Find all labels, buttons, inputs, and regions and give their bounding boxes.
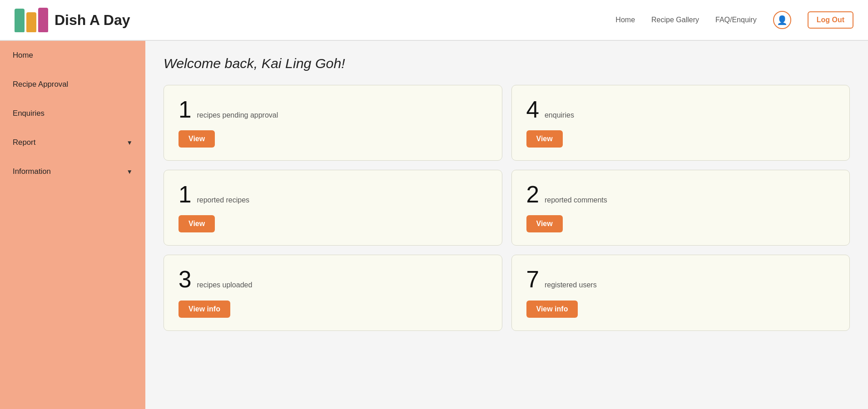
card-stat-row-5: 7 registered users [526,268,835,291]
sidebar-item-report[interactable]: Report ▼ [0,128,145,157]
card-stat-row-1: 4 enquiries [526,98,835,121]
card-label-2: reported recipes [197,196,249,204]
card-recipes-uploaded: 3 recipes uploaded View info [164,255,502,330]
logo-icon-spoon [26,12,36,32]
welcome-heading: Welcome back, Kai Ling Goh! [164,55,850,71]
card-reported-recipes: 1 reported recipes View [164,170,502,246]
sidebar-item-report-label: Report [13,138,35,147]
card-label-1: enquiries [545,111,574,119]
chevron-down-icon: ▼ [127,139,133,146]
header: Dish A Day Home Recipe Gallery FAQ/Enqui… [0,0,868,41]
sidebar-item-information[interactable]: Information ▼ [0,157,145,186]
card-reported-comments: 2 reported comments View [511,170,850,246]
card-label-4: recipes uploaded [197,281,252,289]
card-registered-users: 7 registered users View info [511,255,850,330]
sidebar-item-information-label: Information [13,167,51,176]
card-number-3: 2 [526,183,539,206]
logout-button[interactable]: Log Out [808,11,853,29]
card-label-5: registered users [545,281,597,289]
card-stat-row-0: 1 recipes pending approval [179,98,487,121]
card-recipes-pending: 1 recipes pending approval View [164,85,502,161]
card-label-3: reported comments [545,196,607,204]
card-stat-row-3: 2 reported comments [526,183,835,206]
card-label-0: recipes pending approval [197,111,278,119]
nav-home[interactable]: Home [615,16,635,24]
card-number-2: 1 [179,183,191,206]
nav-faq[interactable]: FAQ/Enquiry [715,16,757,24]
sidebar-item-home-label: Home [13,51,33,60]
logo-icon-knife [38,8,48,32]
user-icon-button[interactable]: 👤 [773,11,791,29]
app-title: Dish A Day [55,12,130,29]
sidebar-item-enquiries-label: Enquiries [13,109,45,118]
logo-icon-fork [15,9,25,32]
card-enquiries: 4 enquiries View [511,85,850,161]
logo-area: Dish A Day [15,8,130,32]
card-number-0: 1 [179,98,191,121]
sidebar-item-home[interactable]: Home [0,41,145,70]
card-stat-row-4: 3 recipes uploaded [179,268,487,291]
header-nav: Home Recipe Gallery FAQ/Enquiry 👤 Log Ou… [615,11,853,29]
sidebar: Home Recipe Approval Enquiries Report ▼ … [0,41,145,409]
logo-icons [15,8,48,32]
card-number-4: 3 [179,268,191,291]
sidebar-item-recipe-approval-label: Recipe Approval [13,80,68,89]
view-pending-button[interactable]: View [179,130,215,148]
card-stat-row-2: 1 reported recipes [179,183,487,206]
view-info-recipes-button[interactable]: View info [179,301,230,318]
sidebar-item-recipe-approval[interactable]: Recipe Approval [0,70,145,99]
view-enquiries-button[interactable]: View [526,130,563,148]
nav-recipe-gallery[interactable]: Recipe Gallery [651,16,699,24]
view-reported-recipes-button[interactable]: View [179,215,215,232]
chevron-down-icon-2: ▼ [127,168,133,175]
card-number-5: 7 [526,268,539,291]
page-body: Home Recipe Approval Enquiries Report ▼ … [0,41,868,409]
card-number-1: 4 [526,98,539,121]
cards-grid: 1 recipes pending approval View 4 enquir… [164,85,850,331]
view-info-users-button[interactable]: View info [526,301,578,318]
main-content: Welcome back, Kai Ling Goh! 1 recipes pe… [145,41,868,409]
sidebar-item-enquiries[interactable]: Enquiries [0,99,145,128]
view-reported-comments-button[interactable]: View [526,215,563,232]
